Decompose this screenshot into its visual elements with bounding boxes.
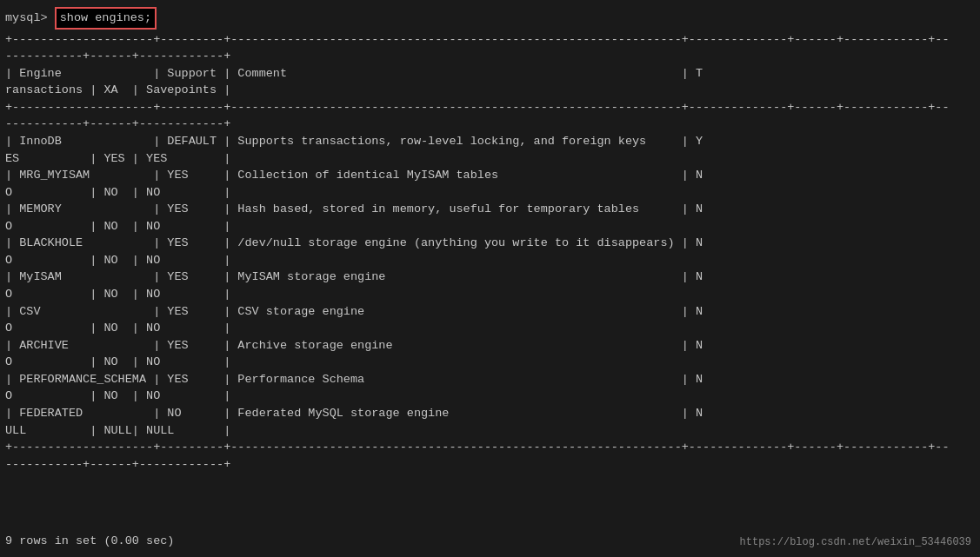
terminal-output: +--------------------+---------+--------… <box>5 31 975 474</box>
command-line: mysql> show engines; <box>5 7 975 30</box>
watermark: https://blog.csdn.net/weixin_53446039 <box>740 535 971 550</box>
command-input: show engines; <box>55 7 157 30</box>
summary-text: 9 rows in set (0.00 sec) <box>5 533 174 550</box>
terminal-window: mysql> show engines; +------------------… <box>0 0 980 557</box>
prompt-label: mysql> <box>5 10 55 27</box>
